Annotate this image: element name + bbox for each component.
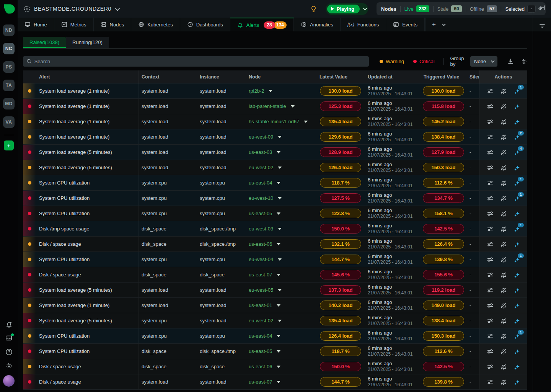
node-caret-down-icon[interactable]	[277, 243, 280, 245]
table-row[interactable]: System load average (5 minutes) system.l…	[23, 145, 527, 160]
node-caret-down-icon[interactable]	[278, 320, 282, 322]
table-row[interactable]: Disk / space usage disk_space disk_space…	[23, 237, 527, 252]
node-caret-down-icon[interactable]	[277, 304, 280, 307]
ai-insights-sparkle-icon[interactable]	[513, 210, 521, 217]
silence-bell-icon[interactable]	[500, 149, 507, 156]
node-link[interactable]: us-east-04	[249, 333, 272, 339]
alert-configuration-icon[interactable]	[486, 179, 494, 187]
tab-functions[interactable]: f(x) Functions	[341, 18, 386, 31]
node-caret-down-icon[interactable]	[278, 258, 282, 261]
table-row[interactable]: Disk /tmp space usage disk_space disk_sp…	[23, 221, 527, 237]
alert-configuration-icon[interactable]	[486, 348, 494, 355]
help-icon[interactable]	[5, 348, 13, 356]
tab-home[interactable]: Home	[18, 18, 54, 31]
alert-configuration-icon[interactable]	[486, 271, 494, 279]
silence-bell-icon[interactable]	[500, 164, 507, 172]
header-alert[interactable]: Alert	[36, 70, 139, 83]
alert-configuration-icon[interactable]	[486, 210, 494, 217]
silence-bell-icon[interactable]	[500, 363, 507, 371]
silence-bell-icon[interactable]	[500, 240, 507, 248]
tab-metrics[interactable]: Metrics	[54, 18, 94, 31]
ai-insights-sparkle-icon[interactable]	[513, 164, 521, 172]
alert-configuration-icon[interactable]	[486, 302, 494, 309]
node-caret-down-icon[interactable]	[291, 105, 295, 108]
node-link[interactable]: us-east-06	[249, 241, 272, 247]
ai-insights-sparkle-icon[interactable]	[513, 286, 521, 294]
sidebar-space-va[interactable]: VA	[3, 116, 15, 128]
ai-insights-sparkle-icon[interactable]: 1	[513, 256, 521, 263]
node-link[interactable]: lab-parent-stable	[249, 103, 286, 109]
silence-bell-icon[interactable]	[500, 118, 507, 126]
node-caret-down-icon[interactable]	[278, 228, 282, 230]
sidebar-space-nc[interactable]: NC	[3, 43, 15, 54]
settings-gear-icon[interactable]	[5, 361, 13, 370]
ai-insights-sparkle-icon[interactable]	[513, 317, 521, 325]
table-row[interactable]: System load average (5 minutes) system.l…	[23, 160, 527, 175]
node-caret-down-icon[interactable]	[278, 167, 282, 169]
subtab-running[interactable]: Running(120)	[66, 37, 109, 48]
header-node[interactable]: Node	[246, 74, 316, 80]
alert-configuration-icon[interactable]	[486, 194, 494, 202]
table-row[interactable]: System CPU utilization system.cpu system…	[23, 206, 527, 221]
node-link[interactable]: us-east-03	[249, 149, 272, 155]
alert-configuration-icon[interactable]	[486, 133, 494, 141]
ai-insights-sparkle-icon[interactable]	[513, 103, 521, 110]
node-caret-down-icon[interactable]	[269, 90, 272, 92]
table-row[interactable]: Disk / space usage disk_space disk_space…	[23, 267, 527, 283]
node-caret-down-icon[interactable]	[278, 136, 282, 138]
alert-configuration-icon[interactable]	[486, 118, 494, 126]
tab-events[interactable]: Events	[386, 18, 425, 31]
ai-insights-sparkle-icon[interactable]: 1	[513, 194, 521, 202]
tab-dashboards[interactable]: Dashboards	[180, 18, 230, 31]
node-link[interactable]: us-east-05	[249, 348, 272, 354]
download-icon[interactable]	[507, 58, 514, 65]
silence-bell-icon[interactable]	[500, 286, 507, 294]
tab-alerts[interactable]: Alerts 28 134	[230, 18, 294, 31]
node-link[interactable]: eu-west-05	[249, 287, 273, 293]
node-caret-down-icon[interactable]	[277, 151, 280, 154]
node-link[interactable]: us-east-05	[249, 211, 272, 216]
silence-bell-icon[interactable]	[500, 317, 507, 325]
silence-bell-icon[interactable]	[500, 194, 507, 202]
node-caret-down-icon[interactable]	[277, 366, 280, 368]
add-tab-button[interactable]: +	[432, 21, 436, 28]
ai-insights-sparkle-icon[interactable]	[513, 302, 521, 309]
silence-bell-icon[interactable]	[500, 256, 507, 263]
table-row[interactable]: System load average (1 minute) system.lo…	[23, 99, 527, 114]
node-link[interactable]: rpi2b-2	[249, 88, 264, 94]
node-caret-down-icon[interactable]	[277, 350, 280, 353]
table-row[interactable]: System load average (1 minute) system.lo…	[23, 298, 527, 313]
alert-configuration-icon[interactable]	[486, 378, 494, 386]
node-link[interactable]: us-east-06	[249, 364, 272, 369]
node-caret-down-icon[interactable]	[277, 381, 280, 383]
header-silencing[interactable]: Silencing	[466, 74, 479, 80]
alert-configuration-icon[interactable]	[486, 87, 494, 95]
news-bulb-icon[interactable]	[310, 5, 317, 13]
header-updated-at[interactable]: Updated at	[365, 74, 421, 80]
search-box[interactable]	[23, 56, 369, 67]
table-settings-gear-icon[interactable]	[521, 58, 527, 65]
ai-insights-sparkle-icon[interactable]: 4	[513, 149, 521, 156]
silence-bell-icon[interactable]	[500, 225, 507, 233]
node-link[interactable]: eu-west-04	[249, 256, 273, 262]
node-link[interactable]: us-east-04	[249, 180, 272, 186]
alert-configuration-icon[interactable]	[486, 225, 494, 233]
play-state-control[interactable]: Playing	[326, 3, 368, 15]
inbox-icon[interactable]	[5, 334, 13, 342]
header-instance[interactable]: Instance	[197, 74, 246, 80]
table-row[interactable]: System load average (1 minute) system.lo…	[23, 129, 527, 145]
ai-insights-sparkle-icon[interactable]	[513, 240, 521, 248]
header-latest-value[interactable]: Latest Value	[316, 74, 365, 80]
tab-anomalies[interactable]: Anomalies	[294, 18, 341, 31]
notifications-bell-icon[interactable]	[5, 320, 13, 328]
space-selector[interactable]: BEASTMODE.GROUNDZER0	[24, 6, 119, 12]
alert-configuration-icon[interactable]	[486, 149, 494, 156]
node-link[interactable]: us-east-07	[249, 272, 272, 278]
node-link[interactable]: eu-west-09	[249, 134, 273, 140]
silence-bell-icon[interactable]	[500, 133, 507, 141]
alert-configuration-icon[interactable]	[486, 164, 494, 172]
ai-insights-sparkle-icon[interactable]	[513, 271, 521, 279]
table-row[interactable]: System CPU utilization system.cpu system…	[23, 175, 527, 191]
ai-insights-sparkle-icon[interactable]: 1	[513, 179, 521, 187]
node-link[interactable]: us-east-01	[249, 302, 272, 308]
